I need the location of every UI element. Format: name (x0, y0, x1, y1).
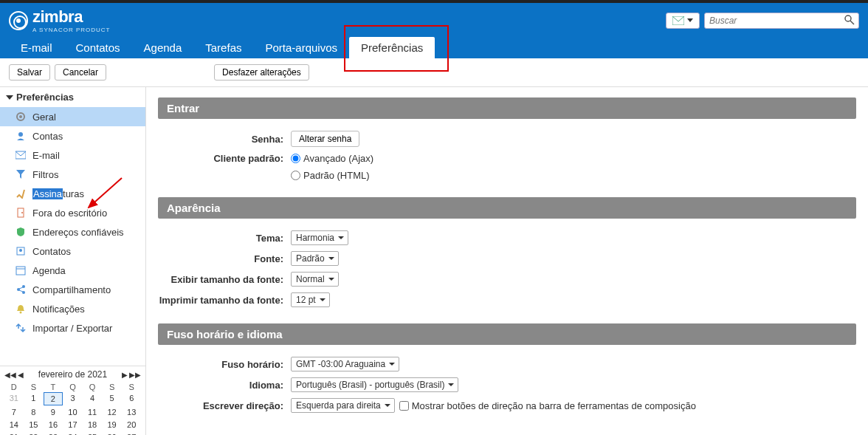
tab-preferences[interactable]: Preferências (349, 37, 435, 58)
direction-select[interactable]: Esquerda para direita (291, 398, 395, 413)
next-month-icon: ▶ (122, 371, 128, 379)
calendar-day[interactable]: 7 (4, 406, 24, 418)
svg-line-16 (19, 287, 23, 289)
radio-input[interactable] (291, 154, 300, 163)
calendar-dow: S (122, 383, 141, 391)
mail-icon (672, 16, 684, 25)
search-type-dropdown[interactable] (666, 13, 700, 29)
calendar-day[interactable]: 13 (122, 406, 141, 418)
calendar-dow: Q (63, 383, 83, 391)
sidebar-item-contacts[interactable]: Contatos (0, 242, 145, 261)
content-pane[interactable]: Entrar Senha: Alterar senha Cliente padr… (146, 87, 868, 435)
bell-icon (15, 303, 27, 315)
calendar-day[interactable]: 22 (24, 431, 44, 435)
calendar-day[interactable]: 17 (63, 419, 83, 431)
sidebar-item-email[interactable]: E-mail (0, 145, 145, 165)
calendar-day[interactable]: 27 (122, 431, 141, 435)
calendar-day[interactable]: 25 (83, 431, 102, 435)
brand-sub: A SYNACOR PRODUCT (32, 27, 110, 33)
timezone-select[interactable]: GMT -03:00 Araguaina (291, 357, 399, 371)
tab-agenda[interactable]: Agenda (132, 37, 194, 58)
svg-point-1 (845, 16, 851, 21)
font-select[interactable]: Padrão (291, 251, 339, 266)
main-area: Preferências Geral Contas E-mail Filtros… (0, 87, 868, 435)
calendar-next-nav[interactable]: ▶▶▶ (122, 371, 141, 379)
calendar-day[interactable]: 10 (63, 406, 83, 418)
sidebar-item-notifications[interactable]: Notificações (0, 299, 145, 318)
password-label: Senha: (158, 134, 291, 145)
theme-select[interactable]: Harmonia (291, 230, 348, 245)
sidebar-item-label: Importar / Exportar (32, 323, 112, 334)
search-icon[interactable] (844, 15, 855, 25)
calendar-day[interactable]: 16 (44, 419, 63, 431)
calendar-day[interactable]: 24 (63, 431, 83, 435)
radio-label: Padrão (HTML) (303, 170, 370, 181)
tab-email[interactable]: E-mail (9, 37, 64, 58)
calendar-day[interactable]: 14 (4, 419, 24, 431)
calendar-day[interactable]: 11 (83, 406, 102, 418)
sidebar-item-calendar[interactable]: Agenda (0, 261, 145, 280)
calendar-day[interactable]: 8 (24, 406, 44, 418)
language-select[interactable]: Português (Brasil) - português (Brasil) (291, 377, 458, 392)
calendar-day[interactable]: 23 (44, 431, 63, 435)
language-label: Idioma: (158, 380, 291, 391)
calendar-day[interactable]: 20 (122, 419, 141, 431)
undo-button[interactable]: Desfazer alterações (214, 64, 309, 81)
timezone-label: Fuso horário: (158, 359, 291, 370)
client-standard-radio[interactable]: Padrão (HTML) (291, 170, 370, 181)
calendar-day[interactable]: 1 (24, 392, 44, 405)
print-fontsize-select[interactable]: 12 pt (291, 292, 330, 307)
sidebar-item-signatures[interactable]: Assinaturas (0, 184, 145, 203)
calendar-day[interactable]: 18 (83, 419, 102, 431)
section-timezone-body: Fuso horário: GMT -03:00 Araguaina Idiom… (158, 345, 856, 419)
calendar-day[interactable]: 19 (103, 419, 122, 431)
cancel-button[interactable]: Cancelar (55, 64, 106, 81)
contacts-icon (15, 245, 27, 257)
search-input[interactable] (704, 13, 859, 29)
change-password-button[interactable]: Alterar senha (291, 131, 359, 147)
sidebar-item-import-export[interactable]: Importar / Exportar (0, 318, 145, 338)
brand-logo: zimbra A SYNACOR PRODUCT (9, 7, 110, 33)
calendar-day[interactable]: 15 (24, 419, 44, 431)
calendar-month-label[interactable]: fevereiro de 2021 (38, 369, 107, 380)
radio-label: Avançado (Ajax) (303, 153, 373, 164)
action-toolbar: Salvar Cancelar Desfazer alterações (0, 58, 868, 87)
save-button[interactable]: Salvar (9, 64, 50, 81)
sidebar-item-label: E-mail (32, 150, 60, 161)
display-fontsize-select[interactable]: Normal (291, 272, 339, 287)
signature-icon (15, 188, 27, 199)
calendar-header: ◀◀◀ fevereiro de 2021 ▶▶▶ (4, 369, 141, 380)
svg-point-8 (21, 212, 23, 213)
calendar-day[interactable]: 26 (103, 431, 122, 435)
prev-month-icon: ◀ (18, 371, 24, 379)
calendar-day[interactable]: 5 (103, 392, 122, 405)
sidebar-item-trusted-addresses[interactable]: Endereços confiáveis (0, 222, 145, 242)
sidebar-item-sharing[interactable]: Compartilhamento (0, 280, 145, 299)
calendar-day[interactable]: 2 (44, 392, 63, 405)
checkbox-input[interactable] (399, 401, 409, 411)
radio-input[interactable] (291, 171, 300, 180)
calendar-prev-nav[interactable]: ◀◀◀ (4, 371, 24, 379)
calendar-day[interactable]: 4 (83, 392, 102, 405)
calendar-day[interactable]: 3 (63, 392, 83, 405)
client-advanced-radio[interactable]: Avançado (Ajax) (291, 153, 373, 164)
sidebar: Preferências Geral Contas E-mail Filtros… (0, 87, 146, 435)
calendar-day[interactable]: 9 (44, 406, 63, 418)
main-nav: E-mail Contatos Agenda Tarefas Porta-arq… (0, 38, 868, 58)
tab-briefcase[interactable]: Porta-arquivos (253, 37, 349, 58)
tab-tasks[interactable]: Tarefas (193, 37, 253, 58)
sidebar-scroll[interactable]: Preferências Geral Contas E-mail Filtros… (0, 87, 145, 366)
sidebar-item-label: Contatos (32, 246, 71, 257)
direction-buttons-checkbox[interactable]: Mostrar botões de direção na barra de fe… (399, 400, 696, 411)
sidebar-item-out-of-office[interactable]: Fora do escritório (0, 203, 145, 222)
sidebar-item-filters[interactable]: Filtros (0, 165, 145, 184)
calendar-day[interactable]: 21 (4, 431, 24, 435)
sidebar-item-accounts[interactable]: Contas (0, 126, 145, 145)
sidebar-header[interactable]: Preferências (0, 87, 145, 107)
calendar-day[interactable]: 12 (103, 406, 122, 418)
calendar-day[interactable]: 6 (122, 392, 141, 405)
calendar-day[interactable]: 31 (4, 392, 24, 405)
tab-contacts[interactable]: Contatos (64, 37, 132, 58)
brand-name: zimbra (32, 7, 110, 27)
sidebar-item-general[interactable]: Geral (0, 107, 145, 126)
